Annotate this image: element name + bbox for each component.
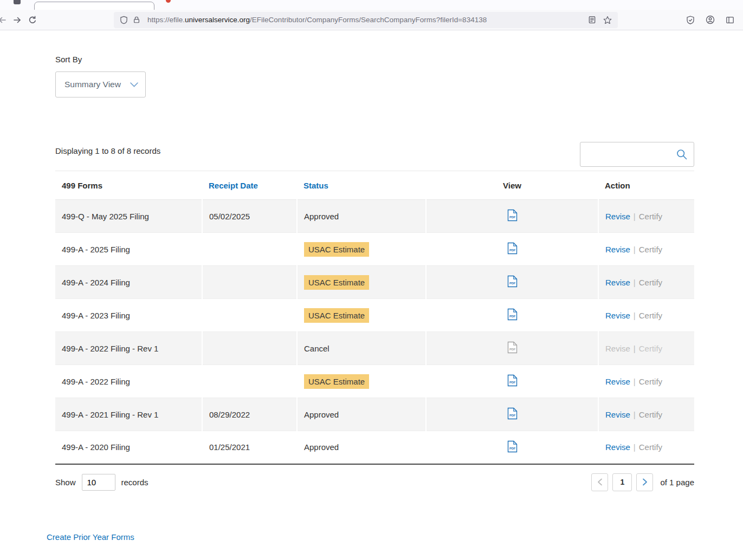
table-row: 499-A - 2024 Filing USAC Estimate PDF Re… — [55, 266, 694, 299]
pdf-view-icon[interactable]: PDF — [507, 341, 518, 354]
page-summary: of 1 page — [660, 478, 694, 487]
action-separator: | — [634, 442, 636, 452]
certify-link[interactable]: Certify — [639, 245, 662, 254]
browser-tab[interactable] — [34, 2, 154, 10]
back-icon[interactable] — [0, 12, 10, 28]
table-body: 499-Q - May 2025 Filing 05/02/2025 Appro… — [55, 200, 694, 464]
action-separator: | — [634, 311, 636, 320]
show-label: Show — [55, 478, 76, 487]
revise-link[interactable]: Revise — [605, 311, 630, 320]
status-value: Approved — [304, 442, 339, 452]
revise-link[interactable]: Revise — [605, 442, 630, 452]
revise-link[interactable]: Revise — [605, 245, 630, 254]
url-bar[interactable]: https://efile.universalservice.org/EFile… — [114, 12, 618, 28]
shield-icon[interactable] — [120, 16, 128, 24]
certify-link[interactable]: Certify — [639, 377, 662, 386]
pdf-icon-label: PDF — [509, 315, 515, 318]
create-prior-year-forms-link[interactable]: Create Prior Year Forms — [47, 532, 134, 542]
page-size-input[interactable] — [82, 474, 115, 491]
receipt-date: 08/29/2022 — [209, 410, 250, 419]
next-page-button[interactable] — [636, 473, 653, 491]
status-value: USAC Estimate — [304, 308, 369, 323]
revise-link[interactable]: Revise — [605, 278, 630, 287]
table-row: 499-A - 2022 Filing - Rev 1 Cancel PDF R… — [55, 332, 694, 365]
forms-table: 499 Forms Receipt Date Status View Actio… — [55, 171, 694, 465]
pdf-view-icon[interactable]: PDF — [507, 407, 518, 420]
browser-toolbar: https://efile.universalservice.org/EFile… — [0, 10, 743, 30]
current-page-input[interactable] — [612, 473, 632, 491]
certify-link[interactable]: Certify — [639, 212, 662, 221]
pdf-view-icon[interactable]: PDF — [507, 374, 518, 387]
firefox-view-icon[interactable] — [14, 0, 21, 4]
lock-icon[interactable] — [133, 16, 140, 24]
header-view: View — [426, 171, 598, 200]
pdf-view-icon[interactable]: PDF — [507, 440, 518, 453]
forward-icon[interactable] — [10, 12, 25, 28]
form-name: 499-A - 2022 Filing - Rev 1 — [62, 344, 158, 353]
form-name: 499-Q - May 2025 Filing — [62, 212, 149, 221]
pdf-icon-label: PDF — [509, 348, 515, 351]
sidebar-icon[interactable] — [726, 16, 734, 24]
revise-link[interactable]: Revise — [605, 344, 630, 353]
search-input[interactable] — [586, 149, 676, 160]
header-action: Action — [598, 171, 694, 200]
prev-page-button[interactable] — [591, 473, 608, 491]
status-value: Approved — [304, 212, 339, 221]
table-row: 499-A - 2025 Filing USAC Estimate PDF Re… — [55, 233, 694, 266]
account-icon[interactable] — [706, 15, 715, 24]
form-name: 499-A - 2024 Filing — [62, 278, 130, 287]
url-path: /EFileContributor/CompanyForms/SearchCom… — [250, 16, 487, 24]
status-value: USAC Estimate — [304, 374, 369, 389]
action-separator: | — [634, 344, 636, 353]
table-row: 499-A - 2021 Filing - Rev 1 08/29/2022 A… — [55, 398, 694, 431]
header-499-forms: 499 Forms — [55, 171, 202, 200]
records-label: records — [121, 478, 148, 487]
company-forms-page: Sort By Summary View Displaying 1 to 8 o… — [0, 55, 743, 542]
receipt-date: 01/25/2021 — [209, 442, 250, 452]
status-value: USAC Estimate — [304, 275, 369, 290]
records-summary: Displaying 1 to 8 of 8 records — [55, 142, 160, 155]
pdf-icon-label: PDF — [509, 446, 515, 450]
tab-notification-dot — [166, 0, 171, 3]
action-separator: | — [634, 278, 636, 287]
certify-link[interactable]: Certify — [639, 278, 662, 287]
form-name: 499-A - 2023 Filing — [62, 311, 130, 320]
certify-link[interactable]: Certify — [639, 410, 662, 419]
header-status[interactable]: Status — [297, 171, 426, 200]
action-separator: | — [634, 377, 636, 386]
pdf-view-icon[interactable]: PDF — [507, 275, 518, 288]
pdf-view-icon[interactable]: PDF — [507, 242, 518, 255]
revise-link[interactable]: Revise — [605, 377, 630, 386]
url-domain: universalservice.org — [185, 16, 250, 24]
revise-link[interactable]: Revise — [605, 410, 630, 419]
form-name: 499-A - 2025 Filing — [62, 245, 130, 254]
certify-link[interactable]: Certify — [639, 311, 662, 320]
action-separator: | — [634, 245, 636, 254]
search-icon[interactable] — [676, 148, 688, 160]
protections-shield-icon[interactable] — [686, 16, 695, 24]
table-row: 499-A - 2020 Filing 01/25/2021 Approved … — [55, 431, 694, 464]
header-receipt-date[interactable]: Receipt Date — [202, 171, 297, 200]
pdf-icon-label: PDF — [509, 216, 515, 219]
form-name: 499-A - 2022 Filing — [62, 377, 130, 386]
reload-icon[interactable] — [25, 12, 40, 28]
pdf-view-icon[interactable]: PDF — [507, 209, 518, 222]
sort-by-label: Sort By — [55, 55, 694, 64]
action-separator: | — [634, 410, 636, 419]
action-separator: | — [634, 212, 636, 221]
receipt-date: 05/02/2025 — [209, 212, 250, 221]
bookmark-star-icon[interactable] — [603, 16, 612, 24]
status-value: USAC Estimate — [304, 242, 369, 257]
reader-mode-icon[interactable] — [588, 16, 596, 24]
view-select[interactable]: Summary View — [55, 71, 146, 97]
view-select-value: Summary View — [64, 80, 121, 89]
revise-link[interactable]: Revise — [605, 212, 630, 221]
table-row: 499-A - 2023 Filing USAC Estimate PDF Re… — [55, 299, 694, 332]
pdf-icon-label: PDF — [509, 282, 515, 285]
certify-link[interactable]: Certify — [639, 344, 662, 353]
url-text: https://efile.universalservice.org/EFile… — [147, 16, 487, 24]
pdf-icon-label: PDF — [509, 414, 515, 417]
form-name: 499-A - 2021 Filing - Rev 1 — [62, 410, 158, 419]
certify-link[interactable]: Certify — [639, 442, 662, 452]
pdf-view-icon[interactable]: PDF — [507, 308, 518, 321]
